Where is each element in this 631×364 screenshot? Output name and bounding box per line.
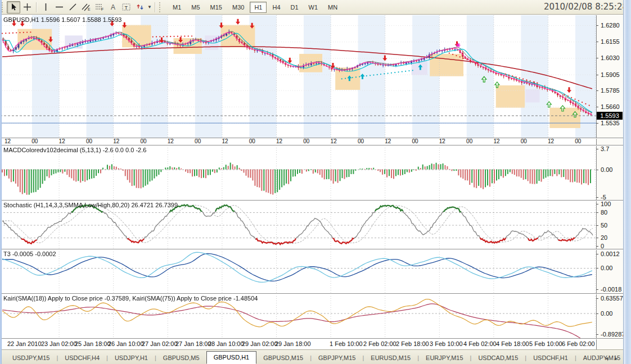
time-axis-label: 2 Feb 18:00 [396,340,429,347]
time-axis-label: 27 Jan 18:00 [175,340,211,347]
arrows-dropdown-icon[interactable]: ▼ [147,1,152,13]
cursor-tool-button[interactable] [7,1,20,13]
panel-separator [0,293,623,294]
kairi-canvas[interactable] [0,294,596,339]
kairi-scale-label: 0.63557 [601,295,623,302]
text-label-tool-button[interactable]: T [120,1,133,13]
scale-tick [596,268,598,269]
svg-text:E: E [88,7,91,11]
macd-scale-label: 0.00 [601,166,612,173]
time-axis-label: 2 Feb 02:00 [363,340,396,347]
trendline-tool-button[interactable] [66,1,79,13]
price-scale-label: 1.5905 [601,71,620,78]
svg-text:T: T [125,5,128,11]
crosshair-tool-button[interactable] [20,1,34,13]
chart-tab-usdjpy-h1[interactable]: USDJPY,H1 [108,352,155,364]
tab-scroll-right-icon[interactable]: ► [611,356,621,361]
vertical-line-tool-button[interactable] [39,1,52,13]
text-tool-button[interactable]: A [106,1,120,13]
toolbar: EFAT▼ M1M5M15M30H1H4D1W1MN 2010/02/08 8:… [0,0,631,15]
timeframe-button-w1[interactable]: W1 [304,2,323,13]
price-scale-column: 1.62801.61551.60301.59051.57851.56601.55… [597,15,623,349]
time-axis: 22 Jan 201023 Jan 02:0025 Jan 18:0026 Ja… [0,339,596,349]
price-chart-canvas[interactable] [0,15,596,138]
t3-canvas[interactable] [0,249,596,294]
scale-tick [596,58,598,58]
tab-scroll-arrows: ◄► [602,356,621,361]
toolbar-separator [155,2,155,12]
scale-tick [596,90,598,91]
horizontal-line-tool-button[interactable] [52,1,66,13]
price-chart-panel[interactable] [0,15,596,138]
chart-tab-usdchf-h4[interactable]: USDCHF,H4 [58,352,106,364]
chart-tab-gbpusd-h1[interactable]: GBPUSD,H1 [206,351,257,364]
chart-tab-usdcad-m15[interactable]: USDCAD,M15 [471,352,525,364]
stochastic-canvas[interactable] [0,201,596,249]
tab-scroll-left-icon[interactable]: ◄ [602,356,611,361]
kairi-scale-label: -0.89287 [601,331,625,338]
timeframe-button-h4[interactable]: H4 [268,2,285,13]
timeframe-button-m30[interactable]: M30 [228,2,249,13]
scale-tick [596,149,598,149]
macd-canvas[interactable] [0,145,596,201]
scale-tick [596,238,598,238]
timeframe-button-h1[interactable]: H1 [250,2,267,13]
panel-separator [0,249,623,249]
toolbar-grip [2,2,4,12]
timeframe-button-m5[interactable]: M5 [187,2,204,13]
timeframe-button-m15[interactable]: M15 [206,2,227,13]
scale-tick [596,298,598,299]
time-axis-label: 6 Feb 02:00 [562,340,595,347]
timeframe-button-m1[interactable]: M1 [168,2,186,13]
scale-tick [596,197,598,198]
time-axis-label: 1 Feb 10:00 [330,340,363,347]
time-axis-label: 4 Feb 02:00 [463,340,497,347]
t3-panel[interactable] [0,249,596,294]
scale-tick [596,42,598,42]
toolbar-separator [36,2,37,12]
time-axis-label: 29 Jan 18:00 [275,340,311,347]
fibonacci-retracement-tool-button[interactable]: F [93,1,106,13]
chart-tab-usdjpy-m15[interactable]: USDJPY,M15 [6,352,56,364]
t3-scale-label: -0.0018 [601,286,621,293]
chart-tab-eurusd-m15[interactable]: EURUSD,M15 [364,352,417,364]
scale-tick [596,75,598,75]
chart-tab-usdchf-h1[interactable]: USDCHF,H1 [526,352,575,364]
scale-tick [596,212,598,213]
scale-tick [596,254,598,254]
kairi-scale-label: 0.00 [601,310,612,317]
panel-separator [0,200,623,201]
panel-separator [0,145,623,145]
timeframe-button-d1[interactable]: D1 [286,2,303,13]
time-axis-label: 28 Jan 10:00 [208,340,244,347]
price-scale-label: 1.5785 [601,87,620,94]
scale-tick [596,170,598,170]
equidistant-channel-tool-button[interactable]: E [79,1,93,13]
price-scale-label: 1.5660 [601,103,620,110]
time-axis-label: 4 Feb 18:00 [496,340,529,347]
chart-tab-gbpjpy-m15[interactable]: GBPJPY,M15 [312,352,362,364]
kairi-panel[interactable] [0,294,596,339]
stochastic-panel[interactable] [0,201,596,249]
stochastic-scale-label: 20 [601,234,607,241]
hour-axis: 1200120012001200120012001200120012001200… [0,138,596,145]
chart-tab-gbpusd-m5[interactable]: GBPUSD,M5 [156,352,206,364]
stochastic-scale-label: 80 [601,209,607,216]
time-axis-label: 5 Feb 10:00 [529,340,562,347]
time-axis-label: 23 Jan 02:00 [41,340,77,347]
chart-tab-gbpusd-m15[interactable]: GBPUSD,M15 [256,352,310,364]
window-left-edge [0,0,2,364]
chart-tab-eurjpy-m15[interactable]: EURJPY,M15 [419,352,470,364]
scale-tick [596,123,598,124]
current-price-box: 1.5593 [597,112,623,120]
svg-text:F: F [101,7,103,11]
macd-panel[interactable] [0,145,596,201]
scale-tick [596,246,598,247]
timeframe-button-mn[interactable]: MN [323,2,342,13]
scale-tick [596,334,598,335]
t3-scale-label: 0.0012 [601,251,620,257]
scale-tick [596,25,598,26]
arrows-tool-button[interactable] [133,1,147,13]
price-scale-label: 1.6155 [601,38,620,45]
scale-tick [596,313,598,314]
